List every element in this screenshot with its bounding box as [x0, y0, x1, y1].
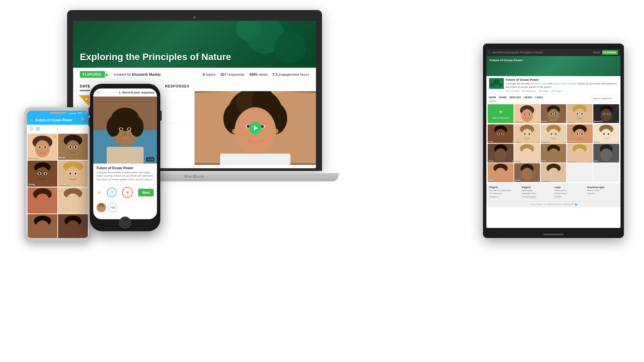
- cell-label-sarah: Sarah: [515, 140, 521, 142]
- nav-date[interactable]: DATE: [80, 84, 90, 91]
- sub-nav-replies[interactable]: REPLIES: [509, 96, 521, 101]
- more-count-badge[interactable]: +22: [108, 203, 117, 212]
- iphone-topic-title: Future of Ocean Power: [97, 166, 154, 170]
- tablet-cell-stacy[interactable]: Stacy 1: [593, 124, 619, 143]
- footer-support-contact-link[interactable]: Contact Support: [522, 196, 536, 198]
- cell-label-brad: Brad: [541, 160, 546, 162]
- svg-point-82: [524, 113, 526, 115]
- svg-point-63: [107, 117, 120, 137]
- svg-point-117: [524, 133, 526, 135]
- iphone: ✕ 1. Record your response: [90, 84, 160, 231]
- footer-coppa-link[interactable]: COPPA: [554, 196, 561, 198]
- svg-point-103: [603, 113, 605, 115]
- stat-replies: 29 replies: [539, 90, 549, 92]
- tablet-cell-kristin[interactable]: Kristin 1: [567, 104, 593, 123]
- tablet-cell-paul[interactable]: Paul 1: [593, 144, 619, 163]
- android-cell-greg[interactable]: Greg: [28, 161, 57, 187]
- svg-point-157: [495, 168, 506, 180]
- footer-terms-link[interactable]: Terms of Use: [554, 189, 566, 191]
- footer-integration-link[interactable]: Integration docs: [522, 192, 536, 194]
- android-cell-brittany[interactable]: Brittany: [28, 134, 57, 160]
- svg-point-163: [548, 168, 559, 180]
- tablet-cell-rebecca[interactable]: Rebecca 1: [567, 144, 593, 163]
- list-view-icon[interactable]: ☰: [30, 126, 34, 131]
- tablet-cell-danielle[interactable]: Danielle 1: [567, 124, 593, 143]
- android-cell-5[interactable]: [28, 187, 57, 214]
- android-speaker: [49, 112, 66, 114]
- pause-button[interactable]: ⏸: [122, 187, 133, 198]
- laptop-right-panel: [195, 91, 316, 168]
- laptop-hero-title: Exploring the Principles of Nature: [80, 52, 231, 62]
- svg-point-96: [577, 113, 579, 115]
- play-button[interactable]: [249, 122, 261, 134]
- flipgrid-badge-tail: [106, 73, 108, 76]
- android-search-icon[interactable]: 🔍: [81, 118, 86, 122]
- cell-count-justin: 1: [538, 179, 539, 181]
- footer-android-link[interactable]: Android: [587, 192, 594, 194]
- tablet-cell-brittany[interactable]: Brittany 1: [514, 104, 540, 123]
- footer-support-col: Support Help Center Integration docs Con…: [522, 186, 553, 199]
- footer-legal-col: Legal Terms of Use Privacy Policy COPPA: [554, 186, 585, 199]
- android-cell-brad[interactable]: Brad: [58, 134, 88, 160]
- cell-count-stacy: 1: [618, 140, 619, 142]
- cell-count-brad: 1: [565, 160, 566, 162]
- tablet-cell-benjamin[interactable]: Benjamin 1: [593, 104, 619, 123]
- sub-nav-date[interactable]: DATE: [489, 96, 496, 101]
- svg-point-67: [120, 128, 122, 130]
- wifi-icon: WiFi: [78, 112, 83, 114]
- tablet-cell-greg[interactable]: Greg 1: [488, 124, 514, 143]
- tablet-cell-sindy[interactable]: Sindy 1: [488, 163, 514, 182]
- tablet-copyright: © 2016 Flipgrid, Inc. Made with love in …: [486, 201, 621, 207]
- sun-icon[interactable]: ☀: [97, 189, 101, 196]
- grid-view-icon[interactable]: ⊞: [36, 126, 40, 131]
- svg-point-89: [550, 113, 552, 115]
- footer-enterprise-link[interactable]: For Enterprise: [489, 192, 502, 194]
- tablet-cell-brad[interactable]: Brad 1: [541, 144, 567, 163]
- svg-point-142: [495, 148, 506, 161]
- svg-point-48: [35, 193, 50, 210]
- footer-privacy-link[interactable]: Privacy Policy: [554, 192, 567, 194]
- cell-count-kristin: 1: [591, 120, 592, 122]
- android-cell-8[interactable]: [58, 214, 88, 238]
- iphone-home-button[interactable]: [119, 217, 131, 229]
- tablet-cell-kevin[interactable]: Kevin 1: [541, 104, 567, 123]
- sub-nav-likes[interactable]: LIKES: [535, 96, 543, 101]
- tablet-cell-mindy[interactable]: Mindy 1: [514, 144, 540, 163]
- sub-nav-views[interactable]: VIEWS: [524, 96, 532, 101]
- add-response-cell[interactable]: + Add a response: [488, 104, 514, 123]
- footer-ios-link[interactable]: iPhone / iPad: [587, 189, 599, 191]
- tablet-cell-justin[interactable]: Justin 1: [514, 163, 540, 182]
- android-cell-6[interactable]: [58, 187, 88, 214]
- footer-contact-link[interactable]: Contact us: [489, 196, 499, 198]
- sub-nav-name[interactable]: NAME: [499, 96, 507, 101]
- tablet-grid-row2: Greg 1 Sarah 1: [486, 124, 621, 143]
- laptop-meta-bar: FLIPGRID. created by Elizabeth Maddy 6 t…: [73, 68, 316, 81]
- add-label: Add a response: [492, 117, 509, 119]
- tablet-footer: Flipgrid For PreK-20 Classrooms For Ente…: [486, 183, 621, 201]
- tablet-cell-sarah[interactable]: Sarah 1: [514, 124, 540, 143]
- tidal-power-link[interactable]: tidal power: [534, 82, 547, 85]
- iphone-close-icon[interactable]: ✕: [96, 90, 100, 95]
- next-button[interactable]: Next: [138, 189, 154, 196]
- svg-point-90: [555, 113, 556, 115]
- camera-icon[interactable]: ⊡: [107, 188, 116, 197]
- tablet-back-icon[interactable]: ‹: [489, 51, 490, 54]
- nav-responses[interactable]: RESPONSES: [165, 84, 190, 91]
- cell-label-elizabeth: Elizabeth: [541, 140, 550, 142]
- tablet-cell-elizabeth[interactable]: Elizabeth 1: [541, 124, 567, 143]
- tablet-cell-andy[interactable]: Andy 1: [488, 144, 514, 163]
- cell-label-paul: Paul: [594, 160, 598, 162]
- android-cell-7[interactable]: [28, 214, 57, 238]
- deep-water-link[interactable]: deep water cooling: [553, 82, 576, 85]
- android-back-icon[interactable]: ←: [30, 117, 34, 123]
- footer-prek-link[interactable]: For PreK-20 Classrooms: [489, 189, 511, 191]
- cell-count-paul: 1: [618, 160, 619, 162]
- footer-help-link[interactable]: Help Center: [522, 189, 533, 191]
- cell-count-danielle: 1: [591, 140, 592, 142]
- search-input[interactable]: [591, 96, 618, 101]
- android-cell-rebecca[interactable]: Rebecca: [58, 161, 88, 187]
- svg-point-69: [123, 133, 127, 135]
- author-name: Elizabeth Maddy: [132, 72, 161, 76]
- tablet-cell-sherene[interactable]: Sherene 1: [541, 163, 567, 182]
- tablet-topic-title: Future of Ocean Power: [506, 78, 618, 81]
